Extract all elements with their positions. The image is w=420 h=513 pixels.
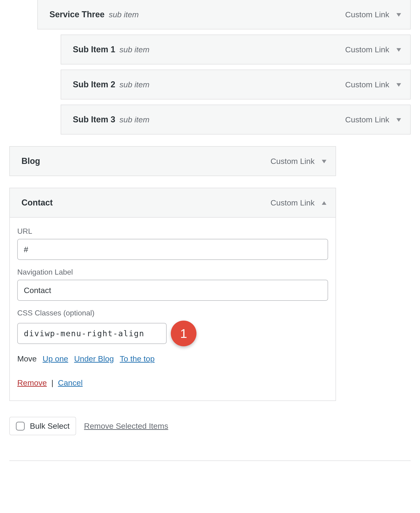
chevron-down-icon[interactable]: ▼ [395,82,403,88]
menu-item-contact[interactable]: Contact Custom Link ▲ [9,188,336,218]
menu-item-service-three[interactable]: Service Three sub item Custom Link ▼ [37,0,411,30]
sub-item-tag: sub item [120,115,150,124]
menu-item-settings-panel: URL Navigation Label CSS Classes (option… [9,218,336,401]
nav-label-label: Navigation Label [17,268,328,276]
menu-item-title: Contact [22,198,53,207]
remove-selected-items-link[interactable]: Remove Selected Items [84,421,168,431]
css-classes-label: CSS Classes (optional) [17,309,328,317]
menu-item-title: Sub Item 2 [73,80,115,89]
chevron-down-icon[interactable]: ▼ [395,11,403,17]
sub-item-tag: sub item [120,45,150,54]
url-label: URL [17,227,328,236]
bulk-select-button[interactable]: Bulk Select [9,417,76,435]
move-up-one-link[interactable]: Up one [43,354,68,363]
menu-item-blog[interactable]: Blog Custom Link ▼ [9,146,336,176]
annotation-badge-number: 1 [180,326,187,341]
css-classes-input[interactable] [17,323,167,344]
chevron-down-icon[interactable]: ▼ [395,46,403,53]
menu-item-title: Blog [22,156,40,166]
move-under-blog-link[interactable]: Under Blog [74,354,114,363]
menu-item-sub-1[interactable]: Sub Item 1 sub item Custom Link ▼ [61,35,411,64]
menu-item-type: Custom Link [345,45,389,54]
menu-item-type: Custom Link [345,10,389,19]
chevron-up-icon[interactable]: ▲ [320,200,328,206]
annotation-badge-1: 1 [171,321,196,346]
cancel-link[interactable]: Cancel [58,378,82,387]
menu-item-type: Custom Link [345,115,389,124]
chevron-down-icon[interactable]: ▼ [320,158,328,164]
sub-item-tag: sub item [109,10,139,19]
remove-controls: Remove | Cancel [17,378,328,387]
move-label: Move [17,354,37,363]
menu-item-sub-2[interactable]: Sub Item 2 sub item Custom Link ▼ [61,69,411,100]
separator: | [49,378,56,387]
sub-item-tag: sub item [120,80,150,89]
bulk-select-label: Bulk Select [30,421,69,431]
bulk-select-checkbox[interactable] [16,422,25,431]
menu-item-type: Custom Link [270,157,315,166]
url-input[interactable] [17,239,328,260]
menu-item-title: Sub Item 1 [73,45,115,54]
menu-item-sub-3[interactable]: Sub Item 3 sub item Custom Link ▼ [61,105,411,135]
remove-link[interactable]: Remove [17,378,47,387]
divider [9,460,411,461]
menu-item-title: Service Three [49,10,105,19]
menu-item-type: Custom Link [345,80,389,89]
menu-item-type: Custom Link [270,198,315,207]
chevron-down-icon[interactable]: ▼ [395,116,403,123]
move-controls: Move Up one Under Blog To the top [17,354,328,363]
move-to-top-link[interactable]: To the top [120,354,154,363]
menu-item-title: Sub Item 3 [73,115,115,124]
navigation-label-input[interactable] [17,280,328,301]
